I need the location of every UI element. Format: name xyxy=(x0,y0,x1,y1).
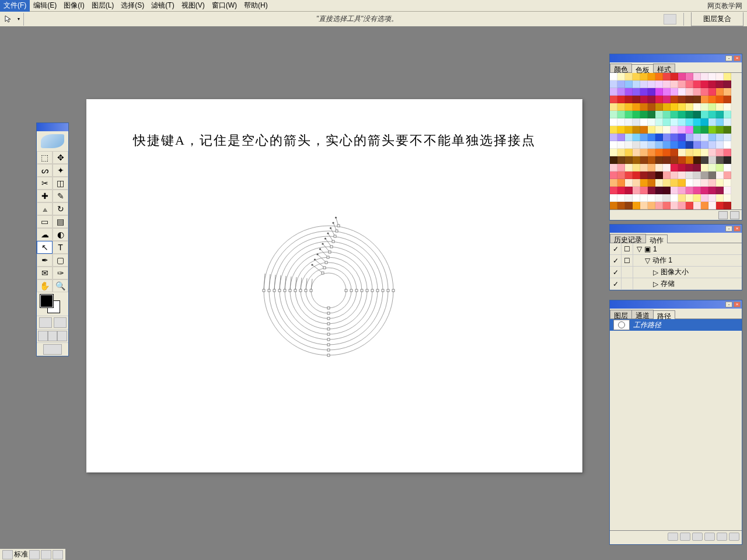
color-swatch[interactable] xyxy=(633,118,640,126)
color-swatch[interactable] xyxy=(648,96,655,103)
color-swatch[interactable] xyxy=(640,172,648,179)
color-swatch[interactable] xyxy=(708,202,716,209)
color-swatch[interactable] xyxy=(693,149,701,156)
color-swatch[interactable] xyxy=(686,149,693,156)
color-swatch[interactable] xyxy=(716,118,724,126)
color-swatch[interactable] xyxy=(678,96,686,103)
tool-type[interactable]: T xyxy=(53,241,68,254)
color-swatch[interactable] xyxy=(701,73,708,80)
layers-panel-titlebar[interactable]: - × xyxy=(610,300,742,309)
trash-icon[interactable] xyxy=(730,211,739,219)
menu-image[interactable]: 图像(I) xyxy=(60,0,88,12)
color-swatch[interactable] xyxy=(671,187,678,194)
stroke-path-icon[interactable] xyxy=(680,533,690,541)
action-dialog-toggle[interactable]: ☐ xyxy=(622,255,633,266)
color-swatch[interactable] xyxy=(663,111,671,118)
color-swatch[interactable] xyxy=(633,103,640,111)
color-swatch[interactable] xyxy=(617,118,625,126)
color-swatch[interactable] xyxy=(678,73,686,80)
color-swatch[interactable] xyxy=(701,164,708,172)
color-swatch[interactable] xyxy=(655,164,663,172)
menu-help[interactable]: 帮助(H) xyxy=(240,0,271,12)
color-swatch[interactable] xyxy=(701,141,708,149)
color-swatch[interactable] xyxy=(716,194,724,202)
color-swatch[interactable] xyxy=(663,172,671,179)
tool-brush[interactable]: ✎ xyxy=(53,190,68,202)
color-swatch[interactable] xyxy=(671,202,678,209)
color-swatch[interactable] xyxy=(655,187,663,194)
color-swatch[interactable] xyxy=(625,126,633,134)
color-swatch[interactable] xyxy=(655,179,663,187)
color-swatch[interactable] xyxy=(617,187,625,194)
color-swatch[interactable] xyxy=(678,141,686,149)
tab-styles[interactable]: 样式 xyxy=(653,64,675,72)
color-swatch[interactable] xyxy=(610,88,617,96)
color-swatch[interactable] xyxy=(724,126,731,134)
color-swatch[interactable] xyxy=(678,194,686,202)
color-swatch[interactable] xyxy=(671,126,678,134)
color-swatch[interactable] xyxy=(663,141,671,149)
foreground-color[interactable] xyxy=(40,295,53,307)
color-swatch[interactable] xyxy=(693,141,701,149)
fill-path-icon[interactable] xyxy=(668,533,678,541)
color-swatch[interactable] xyxy=(633,172,640,179)
color-swatch[interactable] xyxy=(671,149,678,156)
color-swatch[interactable] xyxy=(655,149,663,156)
color-swatch[interactable] xyxy=(678,134,686,141)
color-swatch[interactable] xyxy=(640,179,648,187)
color-swatch[interactable] xyxy=(716,126,724,134)
color-swatch[interactable] xyxy=(640,103,648,111)
action-check-icon[interactable]: ✓ xyxy=(610,243,622,254)
color-swatch[interactable] xyxy=(640,194,648,202)
tool-zoom[interactable]: 🔍 xyxy=(53,279,68,292)
color-swatch[interactable] xyxy=(625,194,633,202)
color-swatch[interactable] xyxy=(633,194,640,202)
color-swatch[interactable] xyxy=(678,164,686,172)
color-swatch[interactable] xyxy=(633,179,640,187)
color-swatch[interactable] xyxy=(625,88,633,96)
action-check-icon[interactable]: ✓ xyxy=(610,278,622,289)
color-swatch[interactable] xyxy=(610,149,617,156)
color-swatch[interactable] xyxy=(693,194,701,202)
color-swatch[interactable] xyxy=(663,73,671,80)
color-swatch[interactable] xyxy=(708,134,716,141)
color-swatch[interactable] xyxy=(671,96,678,103)
color-swatch[interactable] xyxy=(686,187,693,194)
color-swatch[interactable] xyxy=(701,80,708,88)
color-swatch[interactable] xyxy=(655,103,663,111)
color-swatch[interactable] xyxy=(648,202,655,209)
color-swatch[interactable] xyxy=(708,187,716,194)
color-swatch[interactable] xyxy=(716,96,724,103)
color-swatch[interactable] xyxy=(724,172,731,179)
action-dialog-toggle[interactable] xyxy=(622,278,633,289)
new-path-icon[interactable] xyxy=(717,533,727,541)
action-check-icon[interactable]: ✓ xyxy=(610,267,622,278)
color-swatch[interactable] xyxy=(663,194,671,202)
color-swatch[interactable] xyxy=(617,73,625,80)
color-swatch[interactable] xyxy=(633,88,640,96)
color-swatch[interactable] xyxy=(671,73,678,80)
tool-heal[interactable]: ✚ xyxy=(37,190,53,202)
document-canvas[interactable]: 快捷键A，记住是空心的箭头，实心的箭头要不不能单独选择接点 xyxy=(86,99,582,473)
toolbox-titlebar[interactable] xyxy=(37,123,68,131)
color-swatch[interactable] xyxy=(671,118,678,126)
color-swatch[interactable] xyxy=(671,172,678,179)
color-swatch[interactable] xyxy=(610,179,617,187)
screen-full-icon[interactable] xyxy=(57,331,67,341)
color-swatch[interactable] xyxy=(693,164,701,172)
color-swatch[interactable] xyxy=(678,88,686,96)
color-swatch[interactable] xyxy=(655,194,663,202)
minimize-icon[interactable]: - xyxy=(725,226,732,232)
color-swatch[interactable] xyxy=(724,96,731,103)
color-swatch[interactable] xyxy=(610,118,617,126)
color-swatch[interactable] xyxy=(640,126,648,134)
color-swatch[interactable] xyxy=(648,149,655,156)
color-swatch[interactable] xyxy=(617,134,625,141)
color-swatch[interactable] xyxy=(708,126,716,134)
color-swatch[interactable] xyxy=(724,103,731,111)
tool-gradient[interactable]: ▤ xyxy=(53,215,68,228)
tool-slice[interactable]: ◫ xyxy=(53,177,68,190)
tab-history[interactable]: 历史记录 xyxy=(610,234,646,243)
color-swatch[interactable] xyxy=(648,134,655,141)
color-swatch[interactable] xyxy=(617,111,625,118)
